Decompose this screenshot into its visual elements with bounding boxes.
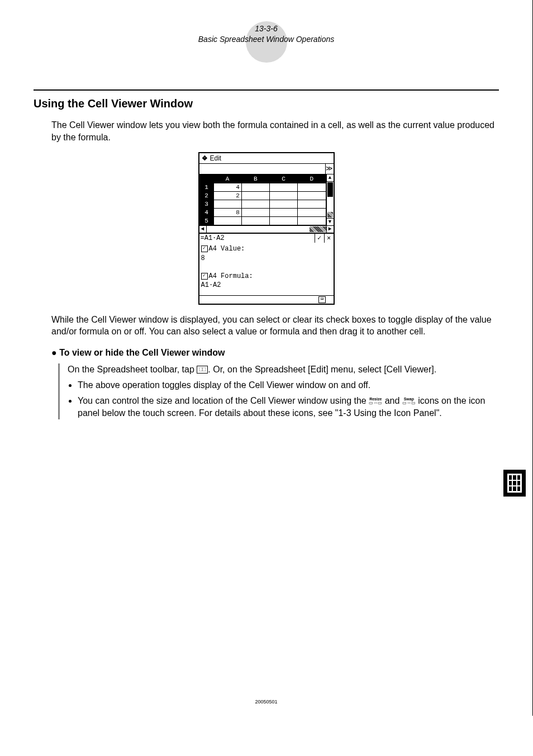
viewer-value-row: ✓A4 Value: [201,245,332,253]
value-checkbox[interactable]: ✓ [201,245,208,252]
keyboard-icon[interactable]: ⌨ [318,296,325,303]
cell-b2[interactable] [241,192,269,200]
proc-line-1: On the Spreadsheet toolbar, tap ⬚⬚. Or, … [68,363,499,376]
app-menu-icon[interactable]: ❖ [202,154,208,162]
formula-bar: =A1·A2 ✓ ✕ [199,233,334,243]
cell-b4[interactable] [241,209,269,217]
scroll-up-icon[interactable]: ▲ [327,174,334,182]
cell-d1[interactable] [298,183,326,192]
cell-d4[interactable] [298,209,326,217]
status-bar: ⌨ [199,295,334,304]
proc-line-1a: On the Spreadsheet toolbar, tap [68,365,197,374]
swap-icon-label: Swap [402,397,416,401]
device-screenshot: ❖ Edit ≫ A B C D 1 4 [198,152,335,305]
scroll-down-icon[interactable]: ▼ [327,218,334,225]
horizontal-scrollbar[interactable]: ◄ ► [199,225,334,233]
paragraph-2: While the Cell Viewer window is displaye… [51,314,499,338]
spreadsheet-grid: A B C D 1 4 2 2 [199,174,334,233]
cell-c4[interactable] [270,209,298,217]
cell-c5[interactable] [270,217,298,225]
cell-c1[interactable] [270,183,298,192]
swap-icon: Swap▭↔▭ [402,397,416,405]
page-header: 13-3-6 Basic Spreadsheet Window Operatio… [34,17,499,56]
section-rule [34,89,499,91]
col-header-b[interactable]: B [241,175,269,183]
cell-d2[interactable] [298,192,326,200]
cell-a1[interactable]: 4 [213,183,241,192]
viewer-formula-row: ✓A4 Formula: [201,272,332,280]
row-header-1[interactable]: 1 [199,183,213,192]
hscroll-track[interactable] [207,226,326,233]
grid-table[interactable]: A B C D 1 4 2 2 [199,174,326,225]
formula-ok-button[interactable]: ✓ [315,234,324,243]
bullet-icon: ● [51,348,57,357]
row-header-5[interactable]: 5 [199,217,213,225]
proc-line-1b: . Or, on the Spreadsheet [Edit] menu, se… [208,365,436,374]
col-header-d[interactable]: D [298,175,326,183]
hscroll-thumb[interactable] [310,226,326,232]
cell-a3[interactable] [213,200,241,209]
cell-b1[interactable] [241,183,269,192]
proc-bullet-2a: You can control the size and location of… [78,396,369,405]
scroll-hatch [327,212,333,218]
formula-text[interactable]: =A1·A2 [199,234,315,242]
cell-viewer-panel: ✓A4 Value: 8 ✓A4 Formula: A1·A2 [199,243,334,295]
footer-number: 20050501 [0,699,532,705]
cell-b3[interactable] [241,200,269,209]
header-text: 13-3-6 Basic Spreadsheet Window Operatio… [34,17,499,45]
intro-paragraph: The Cell Viewer window lets you view bot… [51,119,499,143]
scroll-left-icon[interactable]: ◄ [199,226,207,233]
cell-a5[interactable] [213,217,241,225]
page-ref: 13-3-6 [34,23,499,34]
proc-bullet-1: The above operation toggles display of t… [78,379,499,391]
cell-c3[interactable] [270,200,298,209]
toolbar-more-icon[interactable]: ≫ [325,164,334,174]
cell-viewer-toolbar-icon: ⬚⬚ [197,366,208,374]
cell-d5[interactable] [298,217,326,225]
cell-a4[interactable]: 8 [213,209,241,217]
chapter-title: Basic Spreadsheet Window Operations [198,35,334,44]
cell-d3[interactable] [298,200,326,209]
menu-edit[interactable]: Edit [210,154,222,162]
procedure-title: To view or hide the Cell Viewer window [59,348,225,357]
cell-c2[interactable] [270,192,298,200]
formula-checkbox[interactable]: ✓ [201,273,208,280]
resize-icon-label: Resize [369,397,382,401]
viewer-formula[interactable]: A1·A2 [201,281,332,289]
proc-bullet-2b: and [382,396,402,405]
col-header-a[interactable]: A [213,175,241,183]
scroll-right-icon[interactable]: ► [326,226,334,233]
col-header-c[interactable]: C [270,175,298,183]
row-header-2[interactable]: 2 [199,192,213,200]
proc-bullet-2: You can control the size and location of… [78,395,499,419]
toolbar: ≫ [199,164,334,174]
spreadsheet-app-icon[interactable] [503,470,526,497]
scroll-thumb[interactable] [327,182,333,197]
proc-bullets: The above operation toggles display of t… [68,379,499,419]
page: 13-3-6 Basic Spreadsheet Window Operatio… [0,0,533,716]
cell-b5[interactable] [241,217,269,225]
viewer-value[interactable]: 8 [201,254,332,262]
viewer-formula-label: A4 Formula: [209,272,253,280]
row-header-4[interactable]: 4 [199,209,213,217]
grid-icon [507,474,522,493]
viewer-value-label: A4 Value: [209,245,245,253]
procedure: ● To view or hide the Cell Viewer window… [51,347,499,419]
vertical-scrollbar[interactable]: ▲ ▼ [326,174,334,225]
cell-a2[interactable]: 2 [213,192,241,200]
procedure-heading: ● To view or hide the Cell Viewer window [51,347,499,359]
formula-cancel-button[interactable]: ✕ [324,234,334,243]
menubar: ❖ Edit [199,153,334,164]
section-heading: Using the Cell Viewer Window [34,97,499,110]
resize-icon: Resize▭↔▭ [369,397,382,405]
corner-cell[interactable] [199,175,213,183]
procedure-body: On the Spreadsheet toolbar, tap ⬚⬚. Or, … [58,363,499,419]
row-header-3[interactable]: 3 [199,200,213,209]
